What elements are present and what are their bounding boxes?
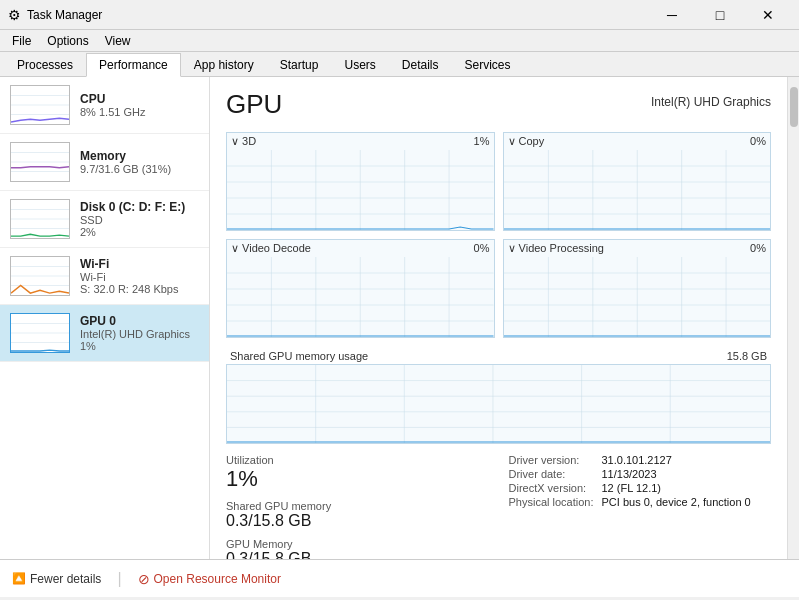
title-bar: ⚙ Task Manager ─ □ ✕ — [0, 0, 799, 30]
wifi-sub1: Wi-Fi — [80, 271, 199, 283]
stats-left: Utilization 1% Shared GPU memory 0.3/15.… — [226, 454, 489, 559]
disk-graph — [10, 199, 70, 239]
minimize-button[interactable]: ─ — [649, 0, 695, 30]
stats-right: Driver version: 31.0.101.2127 Driver dat… — [489, 454, 772, 559]
chart-copy: ∨ Copy 0% — [503, 132, 772, 231]
driver-date-label: Driver date: — [509, 468, 594, 480]
tab-details[interactable]: Details — [389, 53, 452, 77]
memory-info: Memory 9.7/31.6 GB (31%) — [80, 149, 199, 175]
disk-info: Disk 0 (C: D: F: E:) SSD 2% — [80, 200, 199, 238]
panel-header: GPU Intel(R) UHD Graphics — [226, 89, 771, 120]
resource-monitor-icon: ⊘ — [138, 571, 150, 587]
fewer-details-label: Fewer details — [30, 572, 101, 586]
memory-title: Memory — [80, 149, 199, 163]
disk-sub1: SSD — [80, 214, 199, 226]
gpu-info: GPU 0 Intel(R) UHD Graphics 1% — [80, 314, 199, 352]
chart-video-decode-area — [227, 257, 494, 337]
panel-subtitle: Intel(R) UHD Graphics — [651, 95, 771, 109]
utilization-label: Utilization — [226, 454, 489, 466]
chart-video-decode-label: ∨ Video Decode 0% — [227, 240, 494, 257]
sidebar-item-cpu[interactable]: CPU 8% 1.51 GHz — [0, 77, 209, 134]
chart-video-processing-label: ∨ Video Processing 0% — [504, 240, 771, 257]
sidebar-item-memory[interactable]: Memory 9.7/31.6 GB (31%) — [0, 134, 209, 191]
tab-services[interactable]: Services — [452, 53, 524, 77]
cpu-sub: 8% 1.51 GHz — [80, 106, 199, 118]
right-panel: GPU Intel(R) UHD Graphics ∨ 3D 1% — [210, 77, 787, 559]
driver-version-value: 31.0.101.2127 — [602, 454, 772, 466]
driver-date-value: 11/13/2023 — [602, 468, 772, 480]
maximize-button[interactable]: □ — [697, 0, 743, 30]
sidebar-item-wifi[interactable]: Wi-Fi Wi-Fi S: 32.0 R: 248 Kbps — [0, 248, 209, 305]
chart-copy-label: ∨ Copy 0% — [504, 133, 771, 150]
menu-view[interactable]: View — [97, 30, 139, 51]
menu-options[interactable]: Options — [39, 30, 96, 51]
shared-gpu-value: 0.3/15.8 GB — [226, 512, 489, 530]
gpu-graph — [10, 313, 70, 353]
shared-memory-label: Shared GPU memory usage 15.8 GB — [226, 348, 771, 364]
cpu-info: CPU 8% 1.51 GHz — [80, 92, 199, 118]
stats-section: Utilization 1% Shared GPU memory 0.3/15.… — [226, 454, 771, 559]
bottom-bar: 🔼 Fewer details | ⊘ Open Resource Monito… — [0, 559, 799, 597]
driver-version-label: Driver version: — [509, 454, 594, 466]
physical-location-label: Physical location: — [509, 496, 594, 508]
cpu-title: CPU — [80, 92, 199, 106]
shared-gpu-label: Shared GPU memory — [226, 500, 489, 512]
driver-info: Driver version: 31.0.101.2127 Driver dat… — [509, 454, 772, 508]
sidebar: CPU 8% 1.51 GHz Memory 9.7/31.6 GB (31%) — [0, 77, 210, 559]
menu-file[interactable]: File — [4, 30, 39, 51]
disk-sub2: 2% — [80, 226, 199, 238]
tab-app-history[interactable]: App history — [181, 53, 267, 77]
scrollbar[interactable] — [787, 77, 799, 559]
tab-bar: Processes Performance App history Startu… — [0, 52, 799, 77]
title-bar-controls: ─ □ ✕ — [649, 0, 791, 30]
close-button[interactable]: ✕ — [745, 0, 791, 30]
tab-processes[interactable]: Processes — [4, 53, 86, 77]
chart-3d: ∨ 3D 1% — [226, 132, 495, 231]
chart-video-processing: ∨ Video Processing 0% — [503, 239, 772, 338]
shared-gpu-stat: Shared GPU memory 0.3/15.8 GB — [226, 500, 489, 530]
wifi-graph — [10, 256, 70, 296]
gpu-memory-value: 0.3/15.8 GB — [226, 550, 489, 559]
app-icon: ⚙ — [8, 7, 21, 23]
wifi-info: Wi-Fi Wi-Fi S: 32.0 R: 248 Kbps — [80, 257, 199, 295]
memory-sub: 9.7/31.6 GB (31%) — [80, 163, 199, 175]
gpu-sub1: Intel(R) UHD Graphics — [80, 328, 199, 340]
directx-value: 12 (FL 12.1) — [602, 482, 772, 494]
main-content: CPU 8% 1.51 GHz Memory 9.7/31.6 GB (31%) — [0, 77, 799, 559]
fewer-details-button[interactable]: 🔼 Fewer details — [12, 572, 101, 586]
utilization-stat: Utilization 1% — [226, 454, 489, 492]
physical-location-value: PCI bus 0, device 2, function 0 — [602, 496, 772, 508]
tab-startup[interactable]: Startup — [267, 53, 332, 77]
resource-monitor-button[interactable]: ⊘ Open Resource Monitor — [138, 571, 281, 587]
gpu-title: GPU 0 — [80, 314, 199, 328]
tab-users[interactable]: Users — [331, 53, 388, 77]
gpu-memory-stat: GPU Memory 0.3/15.8 GB — [226, 538, 489, 559]
title-bar-left: ⚙ Task Manager — [8, 7, 102, 23]
directx-label: DirectX version: — [509, 482, 594, 494]
chart-copy-area — [504, 150, 771, 230]
tab-performance[interactable]: Performance — [86, 53, 181, 77]
sidebar-item-disk[interactable]: Disk 0 (C: D: F: E:) SSD 2% — [0, 191, 209, 248]
resource-monitor-label: Open Resource Monitor — [154, 572, 281, 586]
shared-memory-chart — [226, 364, 771, 444]
shared-memory-section: Shared GPU memory usage 15.8 GB — [226, 348, 771, 444]
chart-video-decode: ∨ Video Decode 0% — [226, 239, 495, 338]
charts-grid: ∨ 3D 1% — [226, 132, 771, 338]
scrollbar-thumb[interactable] — [790, 87, 798, 127]
chart-3d-label: ∨ 3D 1% — [227, 133, 494, 150]
app-title: Task Manager — [27, 8, 102, 22]
wifi-sub2: S: 32.0 R: 248 Kbps — [80, 283, 199, 295]
menu-bar: File Options View — [0, 30, 799, 52]
wifi-title: Wi-Fi — [80, 257, 199, 271]
chart-3d-area — [227, 150, 494, 230]
sidebar-item-gpu[interactable]: GPU 0 Intel(R) UHD Graphics 1% — [0, 305, 209, 362]
chart-video-processing-area — [504, 257, 771, 337]
memory-graph — [10, 142, 70, 182]
disk-title: Disk 0 (C: D: F: E:) — [80, 200, 199, 214]
utilization-value: 1% — [226, 466, 489, 492]
gpu-sub2: 1% — [80, 340, 199, 352]
cpu-graph — [10, 85, 70, 125]
gpu-memory-label: GPU Memory — [226, 538, 489, 550]
panel-title: GPU — [226, 89, 282, 120]
separator: | — [117, 570, 121, 588]
